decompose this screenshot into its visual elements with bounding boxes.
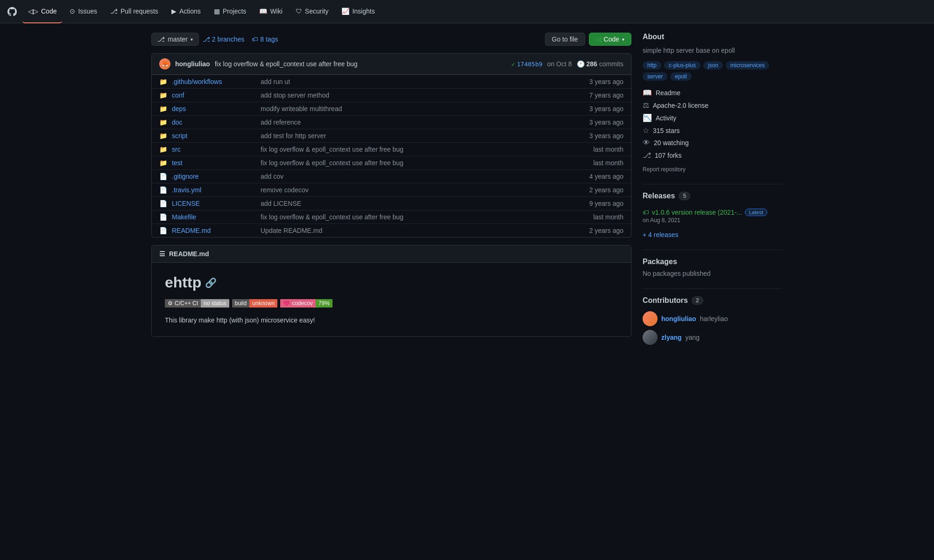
table-row[interactable]: 📄.travis.ymlremove codecov2 years ago [152,183,631,196]
stars-link[interactable]: ☆ 315 stars [643,124,783,137]
nav-security[interactable]: 🛡 Security [290,0,334,23]
commits-count[interactable]: 🕐 286 commits [577,60,623,68]
table-row[interactable]: 📁srcfix log overflow & epoll_context use… [152,142,631,156]
file-commit-message: modify writeable multithread [261,105,585,112]
code-button[interactable]: ◁ Code ▾ [589,33,631,46]
contributor-item[interactable]: hongliuliaoharleyliao [643,309,783,328]
readme-header: ☰ README.md [152,245,631,263]
nav-wiki[interactable]: 📖 Wiki [254,0,288,23]
table-row[interactable]: 📁.github/workflowsadd run ut3 years ago [152,75,631,88]
branch-bar: ⎇ master ▾ ⎇ 2 branches 🏷 8 tags Go to f… [151,33,631,46]
release-date: on Aug 8, 2021 [643,217,783,224]
file-date: 3 years ago [589,132,623,140]
table-row[interactable]: 📁depsmodify writeable multithread3 years… [152,102,631,115]
topic-tag[interactable]: c-plus-plus [664,61,700,70]
file-commit-message: Update README.md [261,227,585,234]
balance-icon: ⚖ [643,101,649,110]
file-name[interactable]: src [172,146,256,153]
packages-title: Packages [643,258,783,266]
file-commit-message: remove codecov [261,186,585,194]
report-link[interactable]: Report repository [643,166,686,173]
readme-link[interactable]: 📖 Readme [643,86,783,99]
file-date: 4 years ago [589,173,623,180]
tags-link[interactable]: 🏷 8 tags [252,35,278,43]
file-date: 9 years ago [589,200,623,207]
anchor-icon[interactable]: 🔗 [205,277,217,288]
file-name[interactable]: deps [172,105,256,112]
wiki-icon: 📖 [259,7,267,15]
table-row[interactable]: 📁docadd reference3 years ago [152,115,631,129]
ci-icon: ⚙ [168,300,173,307]
file-name[interactable]: doc [172,119,256,126]
packages-section: Packages No packages published [643,258,783,277]
file-table: 📁.github/workflowsadd run ut3 years ago📁… [151,75,631,238]
file-name[interactable]: LICENSE [172,200,256,207]
forks-link[interactable]: ⎇ 107 forks [643,149,783,161]
file-name[interactable]: README.md [172,227,256,234]
file-name[interactable]: conf [172,91,256,99]
folder-icon: 📁 [159,119,167,126]
branch-selector[interactable]: ⎇ master ▾ [151,33,199,46]
file-name[interactable]: test [172,159,256,167]
topic-tag[interactable]: microservices [726,61,769,70]
nav-code[interactable]: ◁▷ Code [22,0,62,23]
ci-badge[interactable]: ⚙ C/C++ CI no status [165,299,229,308]
file-name[interactable]: script [172,132,256,140]
commit-author[interactable]: hongliuliao [175,60,210,68]
topic-tag[interactable]: epoll [670,72,691,81]
topic-tag[interactable]: server [643,72,667,81]
file-name[interactable]: Makefile [172,213,256,221]
build-badge[interactable]: build unknown [232,299,277,308]
contributor-item[interactable]: zlyangyang [643,328,783,347]
releases-header: Releases 5 [643,192,783,200]
nav-actions[interactable]: ▶ Actions [166,0,206,23]
releases-section: Releases 5 🏷 v1.0.6 version release (202… [643,192,783,238]
no-packages-label: No packages published [643,270,783,277]
contributors-title: Contributors 2 [643,296,783,305]
about-title: About [643,33,783,41]
codecov-badge[interactable]: 💗 codecov 79% [280,299,333,308]
topic-tag[interactable]: json [703,61,723,70]
nav-issues[interactable]: ⊙ Issues [64,0,102,23]
table-row[interactable]: 📄LICENSEadd LICENSE9 years ago [152,196,631,210]
license-link[interactable]: ⚖ Apache-2.0 license [643,99,783,112]
table-row[interactable]: 📄README.mdUpdate README.md2 years ago [152,224,631,237]
file-date: 3 years ago [589,105,623,112]
go-to-file-button[interactable]: Go to file [545,33,585,46]
avatar [643,311,658,326]
file-date: 2 years ago [589,186,623,194]
file-date: last month [593,213,623,221]
table-row[interactable]: 📄.gitignoreadd cov4 years ago [152,169,631,183]
more-releases-link[interactable]: + 4 releases [643,231,783,238]
branches-count: 2 [212,35,216,43]
branches-link[interactable]: ⎇ 2 branches [203,35,244,43]
file-name[interactable]: .github/workflows [172,78,256,85]
file-commit-message: add stop server method [261,91,585,99]
table-row[interactable]: 📁testfix log overflow & epoll_context us… [152,156,631,169]
nav-projects[interactable]: ▦ Projects [208,0,252,23]
branch-icon: ⎇ [157,35,165,43]
file-name[interactable]: .travis.yml [172,186,256,194]
activity-link[interactable]: 📉 Activity [643,112,783,124]
table-row[interactable]: 📄Makefilefix log overflow & epoll_contex… [152,210,631,224]
table-row[interactable]: 📁scriptadd test for http server3 years a… [152,129,631,142]
readme-body: ehttp 🔗 ⚙ C/C++ CI no status build [152,263,631,336]
main-layout: ⎇ master ▾ ⎇ 2 branches 🏷 8 tags Go to f… [140,23,794,356]
commit-hash[interactable]: ✓ 17405b9 [511,61,543,68]
chevron-down-icon: ▾ [191,37,193,42]
release-item[interactable]: 🏷 v1.0.6 version release (2021-... Lates… [643,205,783,227]
topic-tag[interactable]: http [643,61,661,70]
table-row[interactable]: 📁confadd stop server method7 years ago [152,88,631,102]
nav-insights[interactable]: 📈 Insights [336,0,380,23]
file-name[interactable]: .gitignore [172,173,256,180]
commits-icon: 🕐 [577,60,585,68]
file-date: last month [593,159,623,167]
watching-link[interactable]: 👁 20 watching [643,137,783,149]
file-icon: 📄 [159,186,167,194]
nav-pull-requests[interactable]: ⎇ Pull requests [105,0,164,23]
nav-security-label: Security [305,7,329,15]
branches-icon: ⎇ [203,35,210,43]
releases-title: Releases 5 [643,192,690,200]
commit-message: fix log overflow & epoll_context use aft… [215,60,507,68]
releases-count-badge: 5 [679,192,690,200]
